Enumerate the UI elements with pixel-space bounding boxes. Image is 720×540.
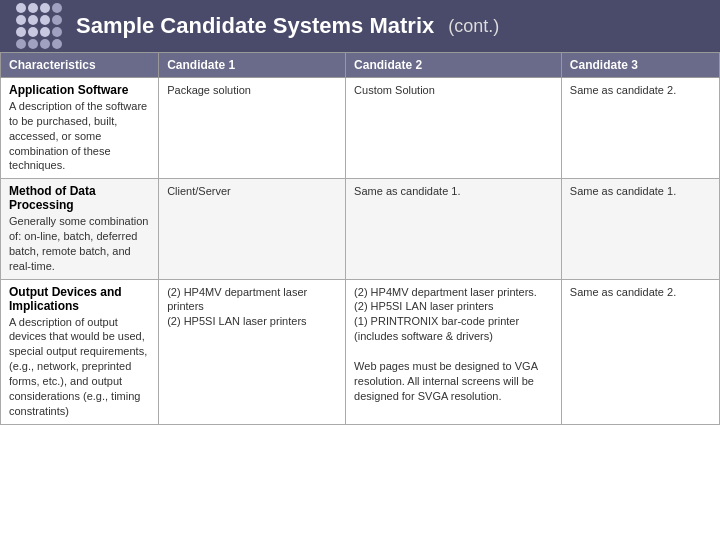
logo-dot xyxy=(40,3,50,13)
logo-dot xyxy=(40,27,50,37)
logo-grid xyxy=(16,3,62,49)
row3-c2-text: (2) HP4MV department laser printers. (2)… xyxy=(354,285,553,404)
col-header-candidate3: Candidate 3 xyxy=(561,53,719,78)
table-container: Characteristics Candidate 1 Candidate 2 … xyxy=(0,52,720,540)
row2-candidate2: Same as candidate 1. xyxy=(346,179,562,279)
row2-characteristic: Method of Data Processing Generally some… xyxy=(1,179,159,279)
logo-dot xyxy=(16,3,26,13)
row3-candidate3: Same as candidate 2. xyxy=(561,279,719,424)
row2-candidate3: Same as candidate 1. xyxy=(561,179,719,279)
row2-c1-text: Client/Server xyxy=(167,184,337,199)
row3-candidate1: (2) HP4MV department laser printers (2) … xyxy=(159,279,346,424)
logo-dot xyxy=(16,27,26,37)
row3-char-desc: A description of output devices that wou… xyxy=(9,315,150,419)
row2-char-desc: Generally some combination of: on-line, … xyxy=(9,214,150,273)
row3-c1-text: (2) HP4MV department laser printers (2) … xyxy=(167,285,337,330)
logo-dot xyxy=(40,15,50,25)
page-title-cont: (cont.) xyxy=(448,16,499,37)
logo-dot xyxy=(28,39,38,49)
table-header-row: Characteristics Candidate 1 Candidate 2 … xyxy=(1,53,720,78)
row1-candidate1: Package solution xyxy=(159,78,346,179)
logo-dot xyxy=(28,27,38,37)
row2-candidate1: Client/Server xyxy=(159,179,346,279)
row3-char-title: Output Devices and Implications xyxy=(9,285,150,313)
row1-characteristic: Application Software A description of th… xyxy=(1,78,159,179)
row3-candidate2: (2) HP4MV department laser printers. (2)… xyxy=(346,279,562,424)
row2-char-title: Method of Data Processing xyxy=(9,184,150,212)
logo-dot xyxy=(16,39,26,49)
row1-candidate2: Custom Solution xyxy=(346,78,562,179)
row1-char-desc: A description of the software to be purc… xyxy=(9,99,150,173)
logo-dot xyxy=(52,3,62,13)
row3-characteristic: Output Devices and Implications A descri… xyxy=(1,279,159,424)
logo-dot xyxy=(52,39,62,49)
row1-c3-text: Same as candidate 2. xyxy=(570,83,711,98)
table-row: Application Software A description of th… xyxy=(1,78,720,179)
page-header: Sample Candidate Systems Matrix (cont.) xyxy=(0,0,720,52)
row3-c3-text: Same as candidate 2. xyxy=(570,285,711,300)
logo-dot xyxy=(16,15,26,25)
page-title: Sample Candidate Systems Matrix xyxy=(76,13,434,39)
row2-c3-text: Same as candidate 1. xyxy=(570,184,711,199)
row1-candidate3: Same as candidate 2. xyxy=(561,78,719,179)
logo-dot xyxy=(52,27,62,37)
col-header-candidate2: Candidate 2 xyxy=(346,53,562,78)
row1-char-title: Application Software xyxy=(9,83,150,97)
logo-dot xyxy=(40,39,50,49)
row2-c2-text: Same as candidate 1. xyxy=(354,184,553,199)
table-row: Method of Data Processing Generally some… xyxy=(1,179,720,279)
col-header-candidate1: Candidate 1 xyxy=(159,53,346,78)
candidate-matrix-table: Characteristics Candidate 1 Candidate 2 … xyxy=(0,52,720,425)
logo-dot xyxy=(52,15,62,25)
table-row: Output Devices and Implications A descri… xyxy=(1,279,720,424)
col-header-characteristics: Characteristics xyxy=(1,53,159,78)
row1-c2-text: Custom Solution xyxy=(354,83,553,98)
row1-c1-text: Package solution xyxy=(167,83,337,98)
logo-dot xyxy=(28,3,38,13)
logo-dot xyxy=(28,15,38,25)
